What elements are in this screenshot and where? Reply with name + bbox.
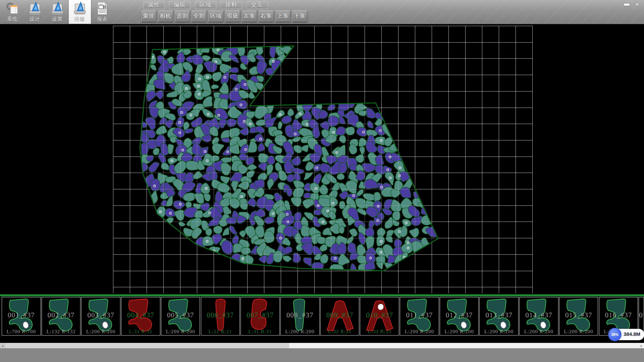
tool-button-7[interactable]: 左靠 [242,10,257,22]
part-thumbnail-3[interactable]: 003_#37L:200 R:200 [81,297,120,336]
close-icon: × [635,1,639,8]
part-thumbnail-9[interactable]: 009_#37L:32 R:31 [320,297,360,336]
part-lr-label: L:132 R:132 [42,329,80,335]
main-tab-label: 报表 [97,16,108,22]
part-thumbnail-5[interactable]: 005_#37L:200 R:200 [161,297,200,336]
tool-button-9[interactable]: 上靠 [275,10,290,22]
system-gear-icon [5,1,19,15]
main-tab-5[interactable]: 报表 [91,0,113,24]
top-toolbar: 系统设计设置排版报表 属性编辑区域排料交互 聚排相机选割全割区域瑕疵左靠右靠上靠… [0,0,644,24]
part-lr-label: L:31 R:31 [241,329,279,335]
tool-button-10[interactable]: 下靠 [292,10,307,22]
memory-value: 384.8M [624,331,640,337]
part-thumbnail-7[interactable]: 007_#37L:31 R:31 [240,297,280,336]
tool-button-1[interactable]: 聚排 [141,10,156,22]
part-lr-label: L:31 R:31 [121,329,160,335]
menu-row: 属性编辑区域排料交互 [143,1,272,9]
application-window: 系统设计设置排版报表 属性编辑区域排料交互 聚排相机选割全割区域瑕疵左靠右靠上靠… [0,0,644,362]
main-tab-label: 排版 [74,16,85,22]
part-lr-label: L:200 R:200 [161,329,200,335]
window-controls: × [622,1,642,8]
part-thumbnail-6[interactable]: 006_#37L:21 R:21 [201,297,240,336]
parts-thumbnail-strip: 001_#37L:700 R:700002_#37L:132 R:132003_… [0,295,644,343]
chevron-left-icon: ‹ [2,343,3,348]
part-lr-label: L:200 R:200 [400,329,439,335]
horizontal-scrollbar[interactable]: ‹ › [0,343,644,348]
progress-percent: 38% [611,333,619,337]
part-id-label: 008_#37 [281,311,319,319]
part-id-label: 006_#37 [201,311,240,319]
part-thumbnail-14[interactable]: 014_#37L:200 R:200 [519,297,558,336]
main-tab-3[interactable]: 设置 [46,0,68,24]
settings-ruler-icon [50,1,64,15]
part-lr-label: L:200 R:200 [440,329,479,335]
main-tab-1[interactable]: 系统 [1,0,23,24]
part-lr-label: L:32 R:31 [321,329,359,335]
part-id-label: 001_#37 [2,311,41,319]
part-id-label: 011_#37 [400,311,439,319]
part-id-label: 005_#37 [161,311,200,319]
main-tab-bar: 系统设计设置排版报表 [1,0,114,24]
design-ruler-icon [28,1,42,15]
menu-item-3[interactable]: 区域 [195,1,216,9]
part-thumbnail-4[interactable]: 004_#37L:31 R:31 [121,297,160,336]
minimize-button[interactable] [622,1,632,8]
part-id-label: 013_#37 [480,311,518,319]
scroll-right-button[interactable]: › [638,343,644,348]
part-id-label: 002_#37 [42,311,80,319]
main-tab-2[interactable]: 设计 [24,0,46,24]
part-lr-label: L:200 R:200 [82,329,120,335]
part-lr-label: L:200 R:200 [480,329,518,335]
part-thumbnail-12[interactable]: 012_#37L:200 R:200 [440,297,479,336]
menu-item-2[interactable]: 编辑 [169,1,191,9]
part-lr-label: L:21 R:21 [201,329,240,335]
menu-item-4[interactable]: 排料 [221,1,242,9]
bottom-status-band [0,348,644,362]
part-thumbnail-10[interactable]: 010_#37L:33 R:33 [360,297,399,336]
part-thumbnail-15[interactable]: 015_#37L:200 R:200 [559,297,598,336]
part-id-label: 012_#37 [440,311,479,319]
tool-button-4[interactable]: 全割 [192,10,207,22]
part-id-label: 014_#37 [520,311,558,319]
part-id-label: 016_#37 [599,311,638,319]
part-lr-label: L:200 R:200 [559,329,598,335]
tool-button-5[interactable]: 区域 [208,10,223,22]
menu-item-1[interactable]: 属性 [143,1,165,9]
chevron-right-icon: › [640,343,642,348]
part-lr-label: L:200 R:200 [520,329,558,335]
tool-button-6[interactable]: 瑕疵 [225,10,240,22]
tool-button-8[interactable]: 右靠 [259,10,274,22]
strip-green-line [0,295,644,296]
part-id-label: 015_#37 [559,311,598,319]
layout-ruler-icon [73,1,87,15]
part-lr-label: L:700 R:700 [2,329,41,335]
part-thumbnail-13[interactable]: 013_#37L:200 R:200 [479,297,519,336]
main-tab-label: 设计 [30,16,40,22]
part-thumbnail-2[interactable]: 002_#37L:132 R:132 [42,297,81,336]
part-id-label: 007_#37 [241,311,279,319]
report-doc-icon [95,1,109,15]
part-id-label: 010_#37 [360,311,399,319]
menu-item-5[interactable]: 交互 [247,1,268,9]
part-id-label: 003_#37 [82,311,120,319]
part-thumbnail-1[interactable]: 001_#37L:700 R:700 [2,297,41,336]
minimize-icon [624,4,630,6]
part-lr-label: L:33 R:33 [360,329,399,335]
main-tab-label: 系统 [7,16,18,22]
main-tab-4[interactable]: 排版 [69,0,91,24]
scroll-left-button[interactable]: ‹ [0,343,6,348]
part-id-label: 004_#37 [121,311,160,319]
strip-green-line-2 [0,296,644,297]
tool-button-2[interactable]: 相机 [158,10,173,22]
part-id-label: 017_#37 [639,311,644,319]
part-thumbnail-11[interactable]: 011_#37L:200 R:200 [400,297,439,336]
part-lr-label: L:200 R:200 [281,329,319,335]
tool-row: 聚排相机选割全割区域瑕疵左靠右靠上靠下靠 [141,10,309,22]
progress-circle: 38% [608,328,622,341]
part-id-label: 009_#37 [321,311,359,319]
tool-button-3[interactable]: 选割 [175,10,190,22]
nesting-canvas[interactable] [0,24,644,295]
scrollbar-thumb[interactable] [6,343,289,348]
close-button[interactable]: × [632,1,642,8]
part-thumbnail-8[interactable]: 008_#37L:200 R:200 [280,297,320,336]
